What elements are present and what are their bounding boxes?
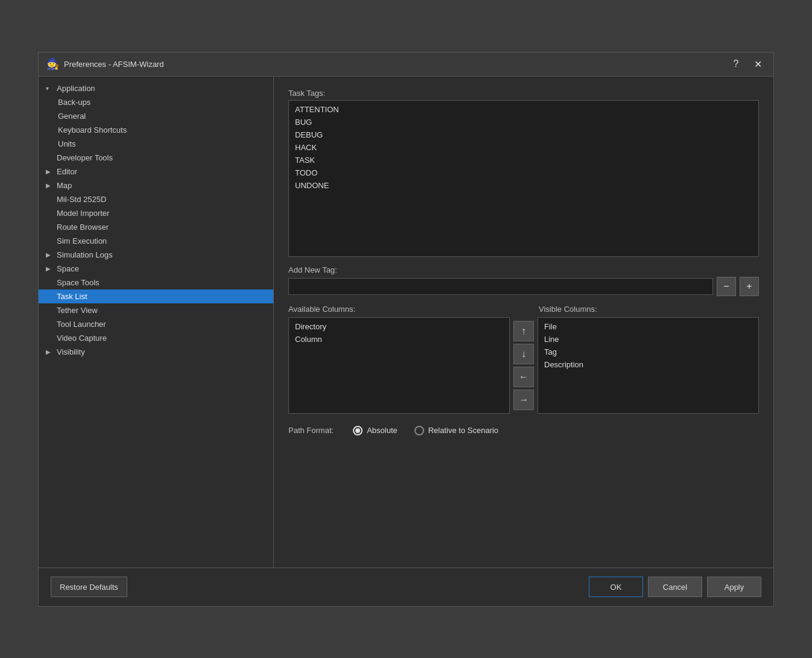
sidebar-label-space: Space <box>57 264 79 273</box>
radio-circle-absolute <box>353 426 363 435</box>
visible-col-item[interactable]: File <box>538 320 758 333</box>
new-tag-input[interactable] <box>288 278 713 295</box>
help-button[interactable]: ? <box>728 55 744 72</box>
sidebar-item-tool-launcher[interactable]: Tool Launcher <box>39 317 273 331</box>
close-button[interactable]: ✕ <box>749 55 766 72</box>
dialog-footer: Restore Defaults OK Cancel Apply <box>39 568 773 606</box>
tag-input-row: − + <box>288 277 759 296</box>
available-col-item[interactable]: Column <box>289 333 509 346</box>
sidebar-arrow-map: ▶ <box>46 182 53 189</box>
sidebar-item-sim-execution[interactable]: Sim Execution <box>39 234 273 248</box>
sidebar-item-back-ups[interactable]: Back-ups <box>39 95 273 109</box>
sidebar-item-space-tools[interactable]: Space Tools <box>39 276 273 289</box>
tag-item[interactable]: HACK <box>289 141 758 154</box>
visible-col-item[interactable]: Tag <box>538 346 758 358</box>
footer-right: OK Cancel Apply <box>589 577 761 597</box>
sidebar-item-space[interactable]: ▶Space <box>39 262 273 276</box>
available-columns-list: DirectoryColumn <box>288 317 510 414</box>
preferences-dialog: 🧙 Preferences - AFSIM-Wizard ? ✕ ▾Applic… <box>38 52 774 607</box>
sidebar-item-keyboard-shortcuts[interactable]: Keyboard Shortcuts <box>39 123 273 137</box>
visible-col-item[interactable]: Line <box>538 333 758 346</box>
restore-defaults-button[interactable]: Restore Defaults <box>51 577 127 597</box>
visible-columns-list: FileLineTagDescription <box>538 317 759 414</box>
sidebar-item-developer-tools[interactable]: Developer Tools <box>39 151 273 165</box>
cancel-button[interactable]: Cancel <box>648 577 702 597</box>
sidebar-label-map: Map <box>57 181 72 190</box>
add-tag-section: Add New Tag: − + <box>288 265 759 296</box>
columns-section: Available Columns: Visible Columns: Dire… <box>288 305 759 414</box>
sidebar-item-editor[interactable]: ▶Editor <box>39 165 273 179</box>
available-columns-label-cell: Available Columns: <box>288 305 509 314</box>
sidebar-item-application[interactable]: ▾Application <box>39 81 273 95</box>
column-arrows: ↑ ↓ ← → <box>510 317 538 414</box>
sidebar-label-developer-tools: Developer Tools <box>57 153 113 162</box>
columns-main: DirectoryColumn ↑ ↓ ← → FileLineTagDescr… <box>288 317 759 414</box>
tag-item[interactable]: UNDONE <box>289 179 758 192</box>
task-tags-label: Task Tags: <box>288 89 759 98</box>
remove-tag-button[interactable]: − <box>717 277 736 296</box>
sidebar-item-model-importer[interactable]: Model Importer <box>39 206 273 220</box>
radio-label-relative: Relative to Scenario <box>428 426 498 435</box>
sidebar-item-route-browser[interactable]: Route Browser <box>39 220 273 234</box>
sidebar-label-task-list: Task List <box>57 292 87 301</box>
tag-item[interactable]: TODO <box>289 166 758 179</box>
sidebar-label-sim-execution: Sim Execution <box>57 236 107 245</box>
radio-option-relative[interactable]: Relative to Scenario <box>414 426 498 435</box>
visible-col-item[interactable]: Description <box>538 358 758 371</box>
sidebar-arrow-simulation-logs: ▶ <box>46 251 53 258</box>
available-col-item[interactable]: Directory <box>289 320 509 333</box>
sidebar-label-video-capture: Video Capture <box>57 334 107 343</box>
sidebar-item-units[interactable]: Units <box>39 137 273 151</box>
tag-item[interactable]: TASK <box>289 154 758 166</box>
sidebar-label-space-tools: Space Tools <box>57 278 100 287</box>
task-tags-section: Task Tags: ATTENTIONBUGDEBUGHACKTASKTODO… <box>288 89 759 257</box>
sidebar-label-tool-launcher: Tool Launcher <box>57 320 106 329</box>
sidebar-item-task-list[interactable]: Task List <box>39 289 273 303</box>
sidebar-label-back-ups: Back-ups <box>58 98 90 107</box>
sidebar-item-tether-view[interactable]: Tether View <box>39 303 273 317</box>
sidebar-label-visibility: Visibility <box>57 347 85 356</box>
move-down-button[interactable]: ↓ <box>513 344 534 364</box>
move-up-button[interactable]: ↑ <box>513 321 534 341</box>
sidebar-item-mil-std-2525d[interactable]: Mil-Std 2525D <box>39 192 273 206</box>
sidebar-item-simulation-logs[interactable]: ▶Simulation Logs <box>39 248 273 262</box>
footer-left: Restore Defaults <box>51 577 589 597</box>
path-format-options: AbsoluteRelative to Scenario <box>353 426 498 435</box>
move-right-button[interactable]: → <box>513 390 534 410</box>
tag-item[interactable]: ATTENTION <box>289 103 758 116</box>
sidebar-label-editor: Editor <box>57 167 77 176</box>
sidebar-arrow-editor: ▶ <box>46 168 53 175</box>
visible-columns-label: Visible Columns: <box>539 305 597 314</box>
tag-item[interactable]: DEBUG <box>289 128 758 141</box>
radio-label-absolute: Absolute <box>367 426 398 435</box>
sidebar-label-route-browser: Route Browser <box>57 223 109 232</box>
visible-columns-label-cell: Visible Columns: <box>539 305 759 314</box>
add-tag-button[interactable]: + <box>740 277 759 296</box>
sidebar-item-video-capture[interactable]: Video Capture <box>39 331 273 345</box>
sidebar-label-simulation-logs: Simulation Logs <box>57 250 113 259</box>
apply-button[interactable]: Apply <box>707 577 761 597</box>
add-tag-label: Add New Tag: <box>288 265 759 274</box>
radio-option-absolute[interactable]: Absolute <box>353 426 398 435</box>
sidebar-label-general: General <box>58 112 86 121</box>
path-format-label: Path Format: <box>288 426 334 435</box>
radio-circle-relative <box>414 426 424 435</box>
move-left-button[interactable]: ← <box>513 367 534 387</box>
sidebar-label-units: Units <box>58 139 76 148</box>
sidebar-item-map[interactable]: ▶Map <box>39 179 273 192</box>
sidebar-item-visibility[interactable]: ▶Visibility <box>39 345 273 359</box>
sidebar-item-general[interactable]: General <box>39 109 273 123</box>
sidebar-label-keyboard-shortcuts: Keyboard Shortcuts <box>58 125 127 134</box>
path-format-row: Path Format: AbsoluteRelative to Scenari… <box>288 422 759 439</box>
tag-item[interactable]: BUG <box>289 116 758 128</box>
tags-list: ATTENTIONBUGDEBUGHACKTASKTODOUNDONE <box>288 100 759 257</box>
sidebar-label-application: Application <box>57 84 95 93</box>
dialog-title: Preferences - AFSIM-Wizard <box>64 60 728 69</box>
title-bar: 🧙 Preferences - AFSIM-Wizard ? ✕ <box>39 52 773 77</box>
content-area: Task Tags: ATTENTIONBUGDEBUGHACKTASKTODO… <box>274 77 773 568</box>
available-columns-label: Available Columns: <box>288 305 355 314</box>
sidebar-label-model-importer: Model Importer <box>57 209 109 218</box>
title-bar-controls: ? ✕ <box>728 55 766 72</box>
sidebar-arrow-application: ▾ <box>46 85 53 92</box>
ok-button[interactable]: OK <box>589 577 643 597</box>
